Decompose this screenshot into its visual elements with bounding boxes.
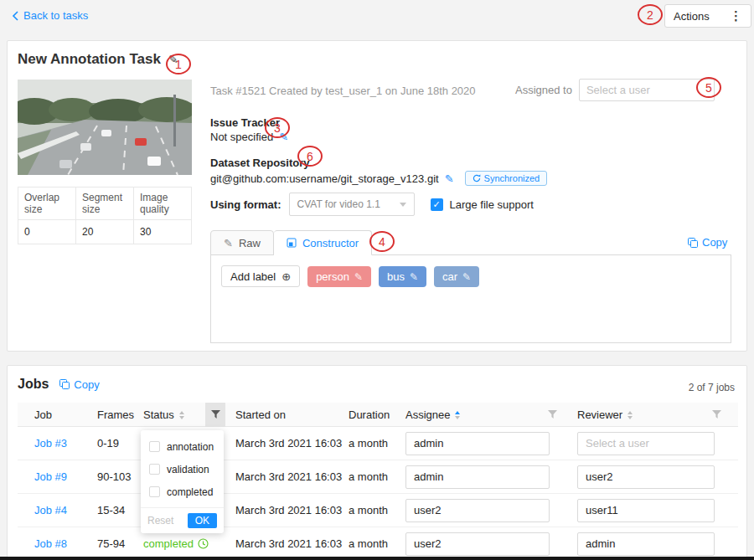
reviewer-input[interactable] xyxy=(577,532,715,556)
labels-tabs: ✎ Raw Constructor xyxy=(210,230,372,255)
task-details-card: New Annotation Task ✎ Ov xyxy=(7,40,747,352)
reviewer-sort-icon[interactable] xyxy=(627,411,633,419)
started-cell: March 3rd 2021 16:03 xyxy=(235,504,349,516)
tab-raw[interactable]: ✎ Raw xyxy=(210,230,274,255)
filter-reset-button[interactable]: Reset xyxy=(147,515,173,527)
callout-1: 1 xyxy=(166,54,191,74)
label-chip-car[interactable]: car ✎ xyxy=(434,266,479,287)
job-link[interactable]: Job #4 xyxy=(34,504,67,516)
task-preview-image xyxy=(18,80,192,175)
filter-option-completed[interactable]: completed xyxy=(141,480,224,503)
copy-icon xyxy=(59,379,70,389)
completed-checkbox[interactable] xyxy=(149,486,160,497)
assignee-input[interactable] xyxy=(405,499,550,522)
started-cell: March 3rd 2021 16:03 xyxy=(235,437,349,450)
status-sort-icon[interactable] xyxy=(179,411,184,419)
column-job: Job xyxy=(18,408,97,421)
assignee-sort-icon[interactable] xyxy=(455,411,460,419)
reviewer-filter-icon[interactable] xyxy=(706,403,726,427)
duration-cell: a month xyxy=(349,537,405,550)
copy-jobs-button[interactable]: Copy xyxy=(59,378,99,391)
edit-repository-icon[interactable]: ✎ xyxy=(445,172,454,185)
table-row: Job #9 90-103 March 3rd 2021 16:03 a mon… xyxy=(18,460,738,494)
frames-cell: 90-103 xyxy=(97,470,143,483)
large-file-checkbox[interactable]: ✓ xyxy=(431,198,443,211)
raw-tab-label: Raw xyxy=(239,237,261,249)
label-constructor-area: Add label ⊕ person ✎ bus ✎ car ✎ xyxy=(210,254,731,343)
callout-6: 6 xyxy=(297,146,323,167)
frames-cell: 0-19 xyxy=(97,437,143,450)
assignee-input[interactable] xyxy=(405,432,550,455)
param-value-quality: 30 xyxy=(134,220,192,244)
add-label-text: Add label xyxy=(230,270,276,283)
back-to-tasks-link[interactable]: Back to tasks xyxy=(12,9,88,22)
status-filter-dropdown: annotation validation completed Reset OK xyxy=(141,430,224,533)
filter-ok-button[interactable]: OK xyxy=(188,513,217,528)
add-label-button[interactable]: Add label ⊕ xyxy=(221,265,300,287)
param-value-segment: 20 xyxy=(76,220,134,244)
param-header: Overlap size xyxy=(18,188,76,220)
filter-option-annotation[interactable]: annotation xyxy=(141,435,224,458)
assignee-input[interactable] xyxy=(405,532,550,556)
clock-circle-icon xyxy=(198,538,209,549)
task-params-table: Overlap size Segment size Image quality … xyxy=(18,187,192,244)
jobs-count: 2 of 7 jobs xyxy=(689,382,735,393)
copy-icon xyxy=(688,238,698,248)
tab-constructor[interactable]: Constructor xyxy=(274,230,372,255)
format-select[interactable]: CVAT for video 1.1 xyxy=(289,193,415,216)
assignee-input[interactable] xyxy=(405,465,550,489)
sync-status-badge[interactable]: Synchronized xyxy=(465,171,548,186)
label-chip-bus[interactable]: bus ✎ xyxy=(379,266,426,287)
frames-cell: 15-34 xyxy=(97,504,143,516)
reviewer-input[interactable] xyxy=(577,499,715,522)
status-completed-text: completed xyxy=(143,537,194,550)
table-row: Job #3 0-19 March 3rd 2021 16:03 a month xyxy=(18,427,738,460)
job-link[interactable]: Job #9 xyxy=(34,470,67,483)
param-header: Segment size xyxy=(76,188,134,220)
jobs-title: Jobs xyxy=(18,377,49,392)
column-frames: Frames xyxy=(97,408,143,421)
validation-checkbox[interactable] xyxy=(149,464,160,475)
edit-label-icon[interactable]: ✎ xyxy=(410,271,418,283)
status-cell: completed xyxy=(143,537,235,550)
label-chip-bus-text: bus xyxy=(387,270,405,283)
raw-tab-icon: ✎ xyxy=(224,237,233,249)
param-header: Image quality xyxy=(134,188,192,220)
large-file-label: Large file support xyxy=(450,198,534,211)
task-title: New Annotation Task xyxy=(18,51,161,68)
task-assignee-input[interactable] xyxy=(579,79,715,101)
reviewer-input[interactable] xyxy=(577,432,715,455)
window-bottom-edge xyxy=(0,557,754,560)
copy-labels-button[interactable]: Copy xyxy=(688,236,727,249)
actions-label: Actions xyxy=(674,10,710,23)
status-filter-icon[interactable] xyxy=(205,403,225,427)
assignee-filter-icon[interactable] xyxy=(542,403,562,427)
kebab-icon: ⋮ xyxy=(730,8,742,23)
frames-cell: 75-94 xyxy=(97,537,143,550)
callout-5: 5 xyxy=(696,77,721,98)
column-status: Status xyxy=(143,403,235,427)
back-chevron-icon xyxy=(12,11,18,21)
callout-2: 2 xyxy=(638,4,663,25)
edit-label-icon[interactable]: ✎ xyxy=(354,271,363,283)
job-link[interactable]: Job #8 xyxy=(34,537,67,550)
reviewer-input[interactable] xyxy=(577,465,715,489)
param-value-overlap: 0 xyxy=(18,220,76,244)
using-format-label: Using format: xyxy=(210,198,281,211)
chevron-down-icon xyxy=(400,203,406,207)
annotation-checkbox[interactable] xyxy=(149,441,160,452)
label-chip-car-text: car xyxy=(442,270,457,283)
assigned-to-label: Assigned to xyxy=(515,84,572,96)
label-chip-person-text: person xyxy=(316,270,349,283)
job-link[interactable]: Job #3 xyxy=(34,437,67,450)
dataset-repository-url: git@github.com:username/git_storage_v123… xyxy=(210,172,439,185)
table-row: Job #4 15-34 March 3rd 2021 16:03 a mont… xyxy=(18,494,738,527)
filter-option-validation[interactable]: validation xyxy=(141,458,224,480)
edit-label-icon[interactable]: ✎ xyxy=(462,271,471,283)
label-chip-person[interactable]: person ✎ xyxy=(307,266,371,287)
column-reviewer: Reviewer xyxy=(577,403,738,427)
sync-status-text: Synchronized xyxy=(484,173,540,183)
table-row: Job #8 75-94 completed March 3rd 2021 16… xyxy=(18,527,738,560)
actions-button[interactable]: Actions ⋮ xyxy=(664,4,751,28)
plus-circle-icon: ⊕ xyxy=(281,270,291,283)
